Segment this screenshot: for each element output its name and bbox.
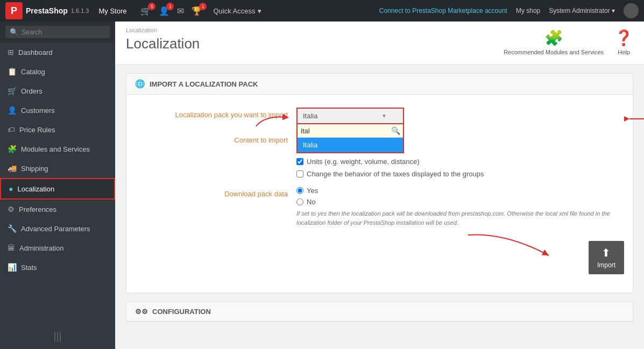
checkbox-units[interactable]: Units (e.g. weight, volume, distance) [296,158,624,166]
checkbox-taxes[interactable]: Change the behavior of the taxes display… [296,170,624,178]
taxes-checkbox[interactable] [296,170,303,177]
search-input[interactable] [22,29,105,36]
pack-dropdown[interactable]: Italia ▼ 🔍 Italia [296,108,404,124]
logo[interactable]: P PrestaShop 1.6.1.3 [5,2,89,19]
localization-icon: ● [9,184,13,193]
search-icon: 🔍 [10,28,18,36]
messages-icon[interactable]: ✉ [177,6,184,16]
administration-icon: 🏛 [8,244,15,252]
sidebar-footer: ||| [0,324,115,349]
recommended-modules-button[interactable]: 🧩 Recommended Modules and Services [504,29,604,55]
top-nav-right: Connect to PrestaShop Marketplace accoun… [379,3,639,18]
sidebar-item-stats[interactable]: 📊 Stats [0,258,115,277]
sidebar-item-preferences[interactable]: ⚙ Preferences [0,200,115,219]
sidebar-item-catalog[interactable]: 📋 Catalog [0,62,115,81]
yes-radio[interactable] [296,187,303,194]
sidebar-item-customers[interactable]: 👤 Customers [0,101,115,120]
sidebar-item-label: Shipping [21,165,48,173]
radio-group: Yes No [296,187,624,206]
store-name[interactable]: My Store [98,7,126,15]
help-button[interactable]: ❓ Help [614,29,633,55]
puzzle-icon: 🧩 [544,29,563,47]
dropdown-search: 🔍 [298,124,403,138]
radio-no[interactable]: No [296,198,624,206]
config-section-title: CONFIGURATION [152,308,211,316]
sidebar-item-label: Catalog [21,68,45,76]
sidebar-item-label: Preferences [19,205,56,213]
no-radio[interactable] [296,198,303,205]
download-row: Download pack data Yes No [135,187,624,227]
sidebar-search-inner: 🔍 [5,26,110,38]
sidebar-item-orders[interactable]: 🛒 Orders [0,81,115,101]
header-actions: 🧩 Recommended Modules and Services ❓ Hel… [504,27,633,55]
avatar[interactable] [624,3,639,18]
cart-icon[interactable]: 🛒5 [140,6,151,16]
dropdown-selected[interactable]: Italia ▼ [296,108,404,124]
units-checkbox[interactable] [296,158,303,165]
quick-access-button[interactable]: Quick Access ▾ [213,7,261,15]
import-button[interactable]: ⬆ Import [589,241,624,274]
sidebar-item-label: Modules and Services [21,145,90,153]
gear-icon: ⚙⚙ [135,308,148,316]
dashboard-icon: ⊞ [8,48,14,56]
left-arrow-indicator [253,108,291,129]
modules-icon: 🧩 [8,145,17,153]
my-shop-link[interactable]: My shop [516,7,540,15]
right-arrow-indicator [624,111,644,127]
content-label: Content to import [135,133,296,144]
connect-marketplace-button[interactable]: Connect to PrestaShop Marketplace accoun… [379,7,507,15]
sidebar-item-shipping[interactable]: 🚚 Shipping [0,159,115,178]
logo-icon: P [5,2,23,19]
sidebar-item-label: Administration [19,244,63,252]
sidebar-item-price-rules[interactable]: 🏷 Price Rules [0,120,115,139]
radio-wrap: Yes No If set to yes then the localizati… [296,187,624,227]
trophies-icon[interactable]: 🏆1 [192,6,202,16]
upload-icon: ⬆ [601,246,611,259]
sidebar-item-localization[interactable]: ● Localization [0,178,115,200]
sidebar: 🔍 ⊞ Dashboard 📋 Catalog 🛒 Orders 👤 Custo… [0,22,115,349]
no-label: No [307,198,316,206]
top-navigation: P PrestaShop 1.6.1.3 My Store 🛒5 👤1 ✉ 🏆1… [0,0,644,22]
main-content: Localization Localization 🧩 Recommended … [115,22,644,349]
orders-icon[interactable]: 👤1 [159,6,169,16]
sidebar-item-modules[interactable]: 🧩 Modules and Services [0,139,115,159]
import-section-title: IMPORT A LOCALIZATION PACK [150,80,258,88]
preferences-icon: ⚙ [8,205,15,213]
stats-icon: 📊 [8,263,17,272]
recommended-modules-label: Recommended Modules and Services [504,49,604,55]
sidebar-collapse-icon[interactable]: ||| [53,330,62,343]
import-card-body: Localization pack you want to import [126,95,633,293]
content-area: 🌐 IMPORT A LOCALIZATION PACK Localizatio… [115,65,644,339]
sidebar-item-label: Advanced Parameters [21,225,90,233]
import-btn-wrap: ⬆ Import [135,236,624,280]
yes-label: Yes [307,187,318,195]
config-card: ⚙⚙ CONFIGURATION [126,302,633,322]
units-label: Units (e.g. weight, volume, distance) [307,158,420,166]
admin-user-menu[interactable]: System Administrator ▾ [549,7,615,15]
dropdown-panel: 🔍 Italia [296,124,404,153]
page-header: Localization Localization 🧩 Recommended … [115,22,644,65]
advanced-icon: 🔧 [8,224,17,233]
sidebar-item-label: Orders [21,87,43,95]
breadcrumb: Localization [126,27,200,33]
nav-icons: 🛒5 👤1 ✉ 🏆1 [140,6,202,16]
sidebar-item-label: Customers [21,106,55,115]
sidebar-item-advanced[interactable]: 🔧 Advanced Parameters [0,219,115,238]
brand-name: PrestaShop [26,6,68,15]
dropdown-option-italia[interactable]: Italia [298,138,403,152]
sidebar-item-label: Dashboard [18,48,53,56]
dropdown-search-icon[interactable]: 🔍 [391,126,400,135]
dropdown-search-input[interactable] [301,127,391,135]
sidebar-item-dashboard[interactable]: ⊞ Dashboard [0,42,115,62]
radio-yes[interactable]: Yes [296,187,624,195]
sidebar-item-label: Stats [21,263,37,272]
sidebar-item-administration[interactable]: 🏛 Administration [0,238,115,258]
config-card-header: ⚙⚙ CONFIGURATION [126,302,633,322]
price-rules-icon: 🏷 [8,125,15,134]
sidebar-search-container: 🔍 [0,22,115,42]
pack-selector-row: Localization pack you want to import [135,108,624,124]
sidebar-items: ⊞ Dashboard 📋 Catalog 🛒 Orders 👤 Custome… [0,42,115,277]
download-label: Download pack data [135,187,296,198]
help-icon: ❓ [614,29,633,47]
orders-icon: 🛒 [8,87,17,95]
